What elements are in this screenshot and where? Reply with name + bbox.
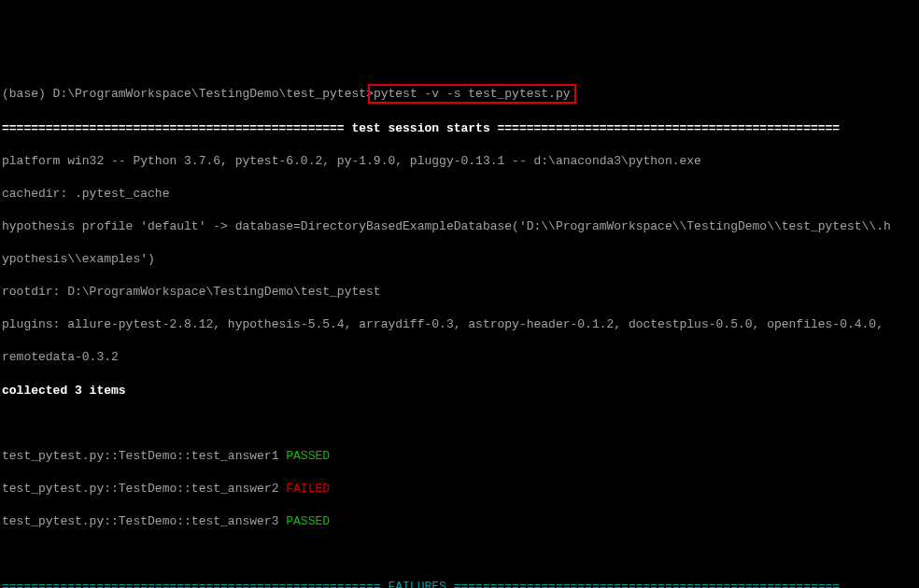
prompt-path: D:\ProgramWorkspace\TestingDemo\test_pyt…	[53, 87, 374, 101]
cachedir-line: cachedir: .pytest_cache	[2, 186, 919, 203]
session-start-rule: ========================================…	[2, 120, 919, 137]
test-result-3: test_pytest.py::TestDemo::test_answer3 P…	[2, 513, 919, 530]
blank-line	[2, 415, 919, 432]
prompt-line: (base) D:\ProgramWorkspace\TestingDemo\t…	[2, 84, 919, 105]
platform-line: platform win32 -- Python 3.7.6, pytest-6…	[2, 153, 919, 170]
hypothesis-line-2: ypothesis\\examples')	[2, 251, 919, 268]
command-text: pytest -v -s test_pytest.py	[374, 87, 571, 101]
hypothesis-line-1: hypothesis profile 'default' -> database…	[2, 218, 919, 235]
command-highlight: pytest -v -s test_pytest.py	[368, 84, 576, 105]
test-result-2: test_pytest.py::TestDemo::test_answer2 F…	[2, 481, 919, 497]
plugins-line-1: plugins: allure-pytest-2.8.12, hypothesi…	[2, 316, 919, 333]
failures-header: ========================================…	[2, 579, 919, 588]
collected-line: collected 3 items	[2, 383, 919, 399]
conda-env: (base)	[2, 87, 53, 101]
plugins-line-2: remotedata-0.3.2	[2, 349, 919, 366]
terminal-output[interactable]: (base) D:\ProgramWorkspace\TestingDemo\t…	[0, 67, 919, 588]
blank-line	[2, 546, 919, 563]
rootdir-line: rootdir: D:\ProgramWorkspace\TestingDemo…	[2, 284, 919, 301]
test-result-1: test_pytest.py::TestDemo::test_answer1 P…	[2, 448, 919, 465]
